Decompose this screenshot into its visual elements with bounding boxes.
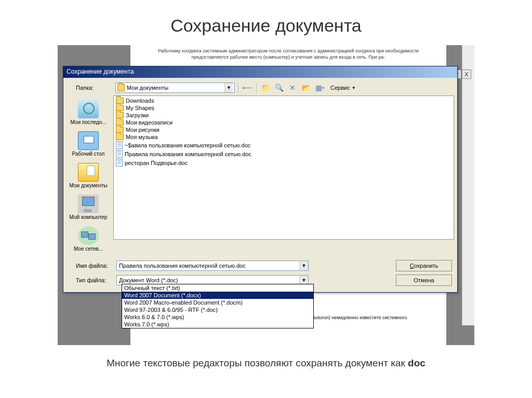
slide-caption: Многие текстовые редакторы позволяют сох… xyxy=(0,358,532,369)
list-item[interactable]: Моя музыка xyxy=(115,133,453,141)
list-item[interactable]: ресторан Подворье.doc xyxy=(115,158,453,167)
list-item[interactable]: My Shapes xyxy=(115,104,453,112)
up-level-icon[interactable]: 📁 xyxy=(260,82,271,93)
app-background: Работнику холдинга системным администрат… xyxy=(58,45,474,345)
filetype-label: Тип файла: xyxy=(66,277,113,283)
back-icon[interactable]: ⟵ xyxy=(242,82,253,93)
filename-input[interactable]: Правила пользования компьютерной сетью.d… xyxy=(116,260,309,271)
vertical-ruler xyxy=(462,45,474,325)
search-web-icon[interactable]: 🔍 xyxy=(273,82,285,93)
place-network[interactable]: Мое сетев... xyxy=(66,224,111,255)
file-list[interactable]: DownloadsMy ShapesЗагрузкиМои видеозапис… xyxy=(113,95,454,240)
slide-title: Сохранение документа xyxy=(0,0,532,45)
place-recent[interactable]: Мои последн... xyxy=(66,98,111,128)
new-folder-icon[interactable]: 📂 xyxy=(300,82,312,93)
filetype-option[interactable]: Works 7.0 (*.wps) xyxy=(122,321,313,328)
folder-value: Мои документы xyxy=(127,85,168,91)
dialog-titlebar: Сохранение документа xyxy=(63,66,457,78)
delete-icon[interactable]: ✕ xyxy=(287,82,298,93)
document-icon xyxy=(116,150,123,158)
list-item[interactable]: Мои видеозаписи xyxy=(115,119,453,126)
folder-icon xyxy=(116,134,124,140)
save-button[interactable]: Сохранить xyxy=(396,260,452,271)
filetype-option[interactable]: Word 2007 Document (*.docx) xyxy=(122,292,313,299)
filetype-option[interactable]: Word 97-2003 & 6.0/95 - RTF (*.doc) xyxy=(122,306,313,313)
dialog-bottom: Имя файла: Правила пользования компьютер… xyxy=(63,257,457,292)
dialog-toolbar: Папка: Мои документы ▼ ⟵ 📁 🔍 ✕ 📂 ▦▾ Серв… xyxy=(63,78,457,95)
place-mycomputer[interactable]: Мой компьютер xyxy=(66,193,111,223)
list-item[interactable]: Downloads xyxy=(115,97,453,104)
documents-icon xyxy=(78,163,99,182)
desktop-icon xyxy=(78,131,99,150)
doc-bg-text: Работнику холдинга системным администрат… xyxy=(130,45,446,63)
list-item[interactable]: Правила пользования компьютерной сетью.d… xyxy=(115,149,453,158)
filetype-option[interactable]: Word 2007 Macro-enabled Document (*.docm… xyxy=(122,299,313,306)
place-mydocs[interactable]: Мои документы xyxy=(66,161,111,191)
folder-icon xyxy=(117,84,125,91)
doc-close-button[interactable]: X xyxy=(462,70,471,79)
list-item[interactable]: Мои рисунки xyxy=(115,126,453,133)
filetype-option[interactable]: Обычный текст (*.txt) xyxy=(122,284,313,292)
document-icon xyxy=(116,141,123,149)
service-menu[interactable]: Сервис▼ xyxy=(327,82,359,93)
places-bar: Мои последн... Рабочий стол Мои документ… xyxy=(63,95,113,257)
filename-label: Имя файла: xyxy=(66,263,113,269)
filetype-option[interactable]: Works 6.0 & 7.0 (*.wps) xyxy=(122,313,313,321)
chevron-down-icon: ▼ xyxy=(224,83,233,92)
filetype-options-list[interactable]: Обычный текст (*.txt)Word 2007 Document … xyxy=(122,284,314,328)
cancel-button[interactable]: Отмена xyxy=(396,275,452,286)
list-item[interactable]: Загрузки xyxy=(115,112,453,119)
save-dialog: Сохранение документа Папка: Мои документ… xyxy=(63,66,458,293)
chevron-down-icon[interactable]: ▼ xyxy=(299,261,308,270)
recent-icon xyxy=(78,100,99,118)
folder-dropdown[interactable]: Мои документы ▼ xyxy=(115,83,235,93)
computer-icon xyxy=(78,195,99,213)
document-icon xyxy=(116,159,123,167)
folder-label: Папка: xyxy=(66,85,113,91)
place-desktop[interactable]: Рабочий стол xyxy=(66,129,111,160)
network-icon xyxy=(78,226,99,245)
list-item[interactable]: ~$авила пользования компьютерной сетью.d… xyxy=(115,141,453,149)
views-icon[interactable]: ▦▾ xyxy=(314,82,325,93)
